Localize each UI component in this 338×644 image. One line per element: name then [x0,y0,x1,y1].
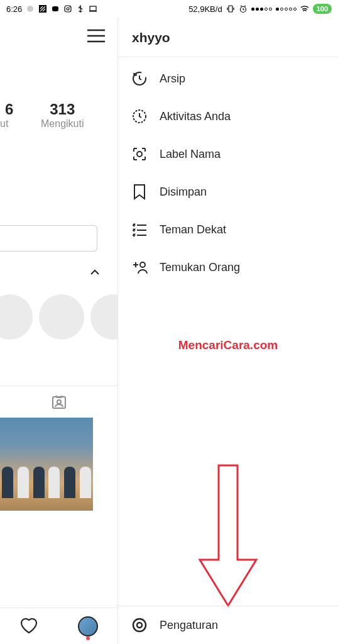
followers-count: 6 [0,101,13,118]
menu-label: Disimpan [160,186,207,199]
avatar-icon [78,616,98,636]
laptop-icon [89,4,97,13]
archive-icon [131,70,148,87]
svg-point-16 [137,623,142,628]
menu-label: Temukan Orang [160,261,240,274]
annotation-arrow [197,464,259,609]
photo-thumbnail[interactable] [0,418,93,511]
side-drawer: xhyyo Arsip Aktivitas Anda Label Nama [118,18,338,644]
line-icon [51,4,60,13]
profile-tab[interactable] [78,616,98,636]
svg-point-0 [27,6,33,12]
settings-label: Pengaturan [160,619,218,632]
signal-2-icon [276,8,297,11]
drawer-menu: Arsip Aktivitas Anda Label Nama Disimpan [118,57,338,289]
gear-icon [131,616,148,634]
following-stat[interactable]: 313 Mengikuti [41,101,84,130]
watermark-text: MencariCara.com [178,338,278,352]
profile-pane: 6 ut 313 Mengikuti [0,18,118,644]
tagged-tab[interactable] [0,386,117,417]
menu-saved[interactable]: Disimpan [118,173,338,211]
svg-point-15 [133,619,146,631]
menu-label: Aktivitas Anda [160,110,231,123]
following-label: Mengikuti [41,118,84,130]
app-icon [38,4,47,13]
status-bar: 6:26 52,9KB/d [0,0,338,18]
instagram-icon [63,4,72,13]
svg-point-10 [57,400,61,404]
discover-people-icon [131,258,148,276]
net-speed: 52,9KB/d [188,4,222,14]
followers-stat[interactable]: 6 ut [0,101,13,130]
story-highlight[interactable] [90,294,118,340]
svg-rect-6 [90,6,96,11]
menu-discover-people[interactable]: Temukan Orang [118,248,338,286]
usb-icon [76,4,85,13]
activity-icon [131,108,148,125]
menu-label: Arsip [160,72,185,86]
alarm-icon [239,4,248,13]
menu-settings[interactable]: Pengaturan [118,606,338,644]
heart-icon [19,616,38,634]
svg-rect-7 [229,6,232,12]
svg-rect-9 [53,397,65,408]
vibrate-icon [226,4,235,13]
followers-label: ut [0,118,13,130]
svg-point-13 [137,152,142,157]
svg-point-14 [140,262,145,267]
bottom-nav [0,608,117,644]
edit-profile-button[interactable] [0,225,97,252]
menu-archive[interactable]: Arsip [118,60,338,97]
record-icon [26,4,35,13]
chevron-up-icon[interactable] [90,267,100,278]
story-highlights [0,294,118,340]
signal-1-icon [251,8,272,11]
menu-nametag[interactable]: Label Nama [118,135,338,173]
menu-button[interactable] [87,29,105,45]
nametag-icon [131,145,148,163]
story-highlight[interactable] [0,294,33,340]
saved-icon [131,183,148,201]
menu-label: Teman Dekat [160,223,226,236]
svg-rect-2 [52,6,58,11]
status-time: 6:26 [6,4,22,14]
following-count: 313 [41,101,84,118]
close-friends-icon [131,221,148,238]
menu-label: Label Nama [160,148,221,161]
story-highlight[interactable] [39,294,84,340]
activity-tab[interactable] [19,616,38,636]
tagged-icon [50,393,68,411]
drawer-username: xhyyo [132,30,324,45]
svg-point-5 [70,6,71,8]
menu-activity[interactable]: Aktivitas Anda [118,97,338,135]
wifi-icon [300,4,309,13]
svg-point-4 [67,8,69,10]
drawer-header: xhyyo [118,18,338,57]
battery-indicator: 100 [313,4,332,14]
menu-close-friends[interactable]: Teman Dekat [118,211,338,248]
